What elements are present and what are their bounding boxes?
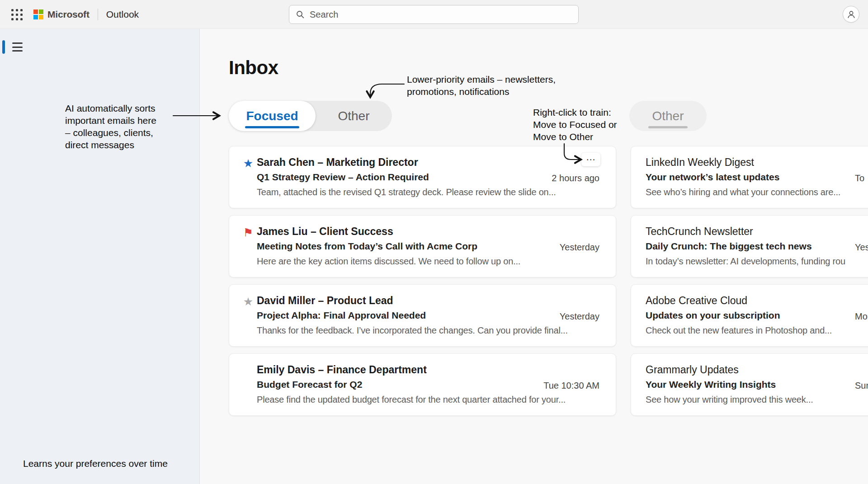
search-box[interactable] (289, 5, 579, 24)
search-input[interactable] (310, 9, 572, 20)
email-sender: Emily Davis – Finance Department (257, 362, 605, 377)
email-timestamp: Yesterday (560, 309, 599, 324)
tab-other-right-label: Other (652, 109, 684, 123)
annotation-learning-note: Learns your preferences over time (23, 457, 168, 470)
outlook-app: Microsoft Outlook Inbox Focused Other Ot… (0, 0, 868, 484)
focused-email-list: ★ Sarah Chen – Marketing Director Q1 Str… (229, 146, 616, 416)
star-icon[interactable]: ★ (242, 294, 255, 309)
annotation-line: – colleagues, clients, (65, 127, 156, 139)
arrow-to-other-tab (370, 84, 404, 97)
star-icon[interactable]: ★ (242, 156, 255, 170)
email-list-item[interactable]: ★ Sarah Chen – Marketing Director Q1 Str… (229, 146, 616, 208)
email-subject: Your network’s latest updates (646, 169, 868, 185)
annotation-line: important emails here (65, 114, 156, 127)
sidebar-accent-bar (2, 40, 5, 54)
focused-tab-underline (245, 126, 299, 128)
email-sender: David Miller – Product Lead (257, 293, 605, 308)
page-title: Inbox (229, 57, 278, 79)
annotation-line: promotions, notifications (407, 85, 556, 98)
email-subject: Meeting Notes from Today’s Call with Acm… (257, 239, 605, 254)
email-timestamp: Tue 10:30 AM (543, 378, 599, 393)
annotation-line: Move to Other (533, 131, 617, 143)
account-button[interactable] (843, 6, 859, 23)
email-preview: Team, attached is the revised Q1 strateg… (257, 185, 605, 199)
annotation-line: Move to Focused or (533, 118, 617, 131)
email-preview: Here are the key action items discussed.… (257, 254, 605, 268)
email-preview: In today’s newsletter: AI developments, … (646, 254, 868, 268)
email-list-item[interactable]: ★ David Miller – Product Lead Project Al… (229, 284, 616, 347)
microsoft-logo[interactable] (33, 9, 43, 19)
tab-other-right[interactable]: Other (629, 101, 707, 131)
email-timestamp: Yesterday (560, 240, 599, 255)
account-icon (846, 9, 856, 19)
flag-icon[interactable]: ⚑ (242, 225, 255, 240)
annotation-focused-note: AI automatically sorts important emails … (65, 102, 156, 151)
email-list-item[interactable]: TechCrunch Newsletter Daily Crunch: The … (631, 215, 868, 277)
more-options-button[interactable]: ⋯ (581, 153, 600, 166)
email-preview: Check out the new features in Photoshop … (646, 323, 868, 338)
email-preview: Thanks for the feedback. I’ve incorporat… (257, 323, 605, 338)
annotation-other-note: Lower-priority emails – newsletters, pro… (407, 73, 556, 98)
email-list-item[interactable]: Emily Davis – Finance Department Budget … (229, 353, 616, 416)
email-sender: Sarah Chen – Marketing Director (257, 155, 605, 169)
email-preview: Please find the updated budget forecast … (257, 392, 605, 407)
other-email-list: LinkedIn Weekly Digest Your network’s la… (631, 146, 868, 416)
annotation-train-note: Right-click to train: Move to Focused or… (533, 106, 617, 143)
topbar-divider (98, 9, 98, 20)
hamburger-icon (12, 42, 23, 44)
email-sender: Adobe Creative Cloud (646, 293, 868, 308)
app-launcher-icon (11, 9, 23, 20)
email-subject: Updates on your subscription (646, 308, 868, 323)
email-subject: Daily Crunch: The biggest tech news (646, 239, 868, 254)
other-tab-underline (648, 126, 688, 128)
tab-other[interactable]: Other (316, 101, 392, 131)
topbar-left: Microsoft Outlook (0, 0, 139, 29)
outlook-app-name: Outlook (106, 9, 139, 20)
ms-logo-square-yellow (39, 15, 43, 19)
email-preview: See who’s hiring and what your connectio… (646, 185, 868, 199)
hamburger-button[interactable] (11, 42, 24, 52)
email-subject: Your Weekly Writing Insights (646, 377, 868, 392)
email-list-item[interactable]: LinkedIn Weekly Digest Your network’s la… (631, 146, 868, 208)
sidebar-main-divider (199, 29, 200, 484)
ms-logo-square-blue (33, 15, 38, 19)
email-sender: Grammarly Updates (646, 362, 868, 377)
ms-logo-square-red (33, 9, 38, 14)
ms-logo-square-green (39, 9, 43, 14)
email-preview: See how your writing improved this week.… (646, 392, 868, 407)
email-list-item[interactable]: Grammarly Updates Your Weekly Writing In… (631, 353, 868, 416)
annotation-line: Right-click to train: (533, 106, 617, 118)
email-timestamp: Sun (855, 378, 868, 393)
email-timestamp: Yest (855, 240, 868, 255)
tab-focused-label: Focused (246, 109, 298, 123)
inbox-tabs: Focused Other (229, 101, 392, 131)
tab-focused[interactable]: Focused (229, 101, 316, 131)
annotation-line: Lower-priority emails – newsletters, (407, 73, 556, 85)
sidebar (0, 29, 199, 484)
email-sender: LinkedIn Weekly Digest (646, 155, 868, 169)
email-sender: James Liu – Client Success (257, 224, 605, 239)
email-list-item[interactable]: Adobe Creative Cloud Updates on your sub… (631, 284, 868, 347)
annotation-line: direct messages (65, 139, 156, 151)
email-subject: Project Alpha: Final Approval Needed (257, 308, 605, 323)
email-timestamp: Mor (855, 309, 868, 324)
email-list-item[interactable]: ⚑ James Liu – Client Success Meeting Not… (229, 215, 616, 277)
search-icon (296, 10, 305, 19)
email-sender: TechCrunch Newsletter (646, 224, 868, 239)
email-timestamp: To (855, 170, 864, 186)
email-timestamp: 2 hours ago (552, 170, 599, 186)
annotation-line: AI automatically sorts (65, 102, 156, 114)
microsoft-wordmark: Microsoft (47, 9, 90, 20)
app-launcher-button[interactable] (9, 7, 24, 22)
topbar: Microsoft Outlook (0, 0, 868, 29)
